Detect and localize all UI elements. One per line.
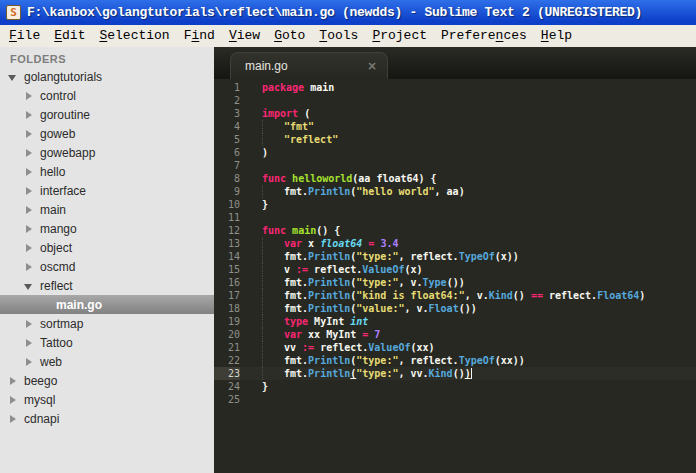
code-line-18[interactable]: 18fmt.Println("value:", v.Float()) [214,302,696,315]
line-number: 24 [214,380,240,393]
sidebar-folder-golangtutorials[interactable]: golangtutorials [0,67,214,86]
disclosure-collapsed-icon[interactable] [24,205,34,215]
disclosure-collapsed-icon[interactable] [24,224,34,234]
menu-file[interactable]: File [2,25,47,47]
code-line-4[interactable]: 4"fmt" [214,120,696,133]
line-number: 23 [214,367,240,380]
sidebar-folder-hello[interactable]: hello [0,162,214,181]
menu-project[interactable]: Project [365,25,434,47]
sidebar-folder-goweb[interactable]: goweb [0,124,214,143]
line-number: 20 [214,328,240,341]
code-line-24[interactable]: 24} [214,380,696,393]
line-number: 9 [214,185,240,198]
indent-guide [262,250,284,263]
menu-tools[interactable]: Tools [312,25,365,47]
tree-item-label: goweb [40,127,75,141]
main-area: FOLDERS golangtutorialscontrolgoroutineg… [0,47,696,473]
code-line-13[interactable]: 13var x float64 = 3.4 [214,237,696,250]
menu-goto[interactable]: Goto [267,25,312,47]
code-line-9[interactable]: 9fmt.Println("hello world", aa) [214,185,696,198]
line-number: 2 [214,94,240,107]
code-line-3[interactable]: 3import ( [214,107,696,120]
folders-header: FOLDERS [0,47,214,67]
disclosure-collapsed-icon[interactable] [24,357,34,367]
code-text: func helloworld(aa float64) { [240,172,437,185]
line-number: 15 [214,263,240,276]
code-line-2[interactable]: 2 [214,94,696,107]
disclosure-collapsed-icon[interactable] [24,110,34,120]
code-line-6[interactable]: 6) [214,146,696,159]
disclosure-collapsed-icon[interactable] [24,243,34,253]
disclosure-collapsed-icon[interactable] [8,395,18,405]
sidebar-folder-control[interactable]: control [0,86,214,105]
code-text: var x float64 = 3.4 [240,237,398,250]
code-text [240,393,262,406]
disclosure-expanded-icon[interactable] [8,72,18,82]
disclosure-collapsed-icon[interactable] [24,148,34,158]
line-number: 6 [214,146,240,159]
code-line-22[interactable]: 22fmt.Println("type:", reflect.TypeOf(xx… [214,354,696,367]
menu-edit[interactable]: Edit [47,25,92,47]
code-line-1[interactable]: 1package main [214,81,696,94]
sidebar-folder-oscmd[interactable]: oscmd [0,257,214,276]
sidebar-folder-object[interactable]: object [0,238,214,257]
sidebar-folder-beego[interactable]: beego [0,371,214,390]
line-number: 14 [214,250,240,263]
disclosure-collapsed-icon[interactable] [8,376,18,386]
tree-item-label: sortmap [40,317,83,331]
menu-help[interactable]: Help [534,25,579,47]
menu-view[interactable]: View [222,25,267,47]
code-line-7[interactable]: 7 [214,159,696,172]
sidebar-folder-sortmap[interactable]: sortmap [0,314,214,333]
tab-main-go[interactable]: main.go × [230,52,388,79]
code-line-20[interactable]: 20var xx MyInt = 7 [214,328,696,341]
tree-item-label: oscmd [40,260,75,274]
disclosure-collapsed-icon[interactable] [24,186,34,196]
sidebar-folder-reflect[interactable]: reflect [0,276,214,295]
code-line-21[interactable]: 21vv := reflect.ValueOf(xx) [214,341,696,354]
tab-close-icon[interactable]: × [367,59,377,73]
indent-guide [262,302,284,315]
code-text: "fmt" [240,120,314,133]
indent-guide [262,133,284,146]
tree-item-label: web [40,355,62,369]
indent-guide [262,328,284,341]
sidebar-file-main-go[interactable]: main.go [0,295,214,314]
disclosure-collapsed-icon[interactable] [24,91,34,101]
code-line-11[interactable]: 11 [214,211,696,224]
code-line-10[interactable]: 10} [214,198,696,211]
menu-selection[interactable]: Selection [92,25,176,47]
menu-find[interactable]: Find [177,25,222,47]
sidebar-folder-gowebapp[interactable]: gowebapp [0,143,214,162]
code-line-23[interactable]: 23fmt.Println("type:", vv.Kind()) [214,367,696,380]
code-line-14[interactable]: 14fmt.Println("type:", reflect.TypeOf(x)… [214,250,696,263]
sidebar-folder-mango[interactable]: mango [0,219,214,238]
code-line-15[interactable]: 15v := reflect.ValueOf(x) [214,263,696,276]
line-number: 10 [214,198,240,211]
disclosure-collapsed-icon[interactable] [8,414,18,424]
sidebar-folder-interface[interactable]: interface [0,181,214,200]
disclosure-collapsed-icon[interactable] [24,167,34,177]
disclosure-collapsed-icon[interactable] [24,262,34,272]
code-area[interactable]: 1package main23import (4"fmt"5"reflect"6… [214,79,696,473]
disclosure-collapsed-icon[interactable] [24,338,34,348]
sidebar-folder-tattoo[interactable]: Tattoo [0,333,214,352]
sidebar-folder-main[interactable]: main [0,200,214,219]
disclosure-expanded-icon[interactable] [24,281,34,291]
disclosure-collapsed-icon[interactable] [24,319,34,329]
line-number: 7 [214,159,240,172]
disclosure-collapsed-icon[interactable] [24,129,34,139]
code-line-19[interactable]: 19type MyInt int [214,315,696,328]
sidebar-folder-mysql[interactable]: mysql [0,390,214,409]
sidebar-folder-web[interactable]: web [0,352,214,371]
code-line-16[interactable]: 16fmt.Println("type:", v.Type()) [214,276,696,289]
code-line-5[interactable]: 5"reflect" [214,133,696,146]
code-line-25[interactable]: 25 [214,393,696,406]
sidebar-folder-goroutine[interactable]: goroutine [0,105,214,124]
code-line-17[interactable]: 17fmt.Println("kind is float64:", v.Kind… [214,289,696,302]
line-number: 4 [214,120,240,133]
code-line-12[interactable]: 12func main() { [214,224,696,237]
sidebar-folder-cdnapi[interactable]: cdnapi [0,409,214,428]
code-line-8[interactable]: 8func helloworld(aa float64) { [214,172,696,185]
menu-preferences[interactable]: Preferences [434,25,534,47]
